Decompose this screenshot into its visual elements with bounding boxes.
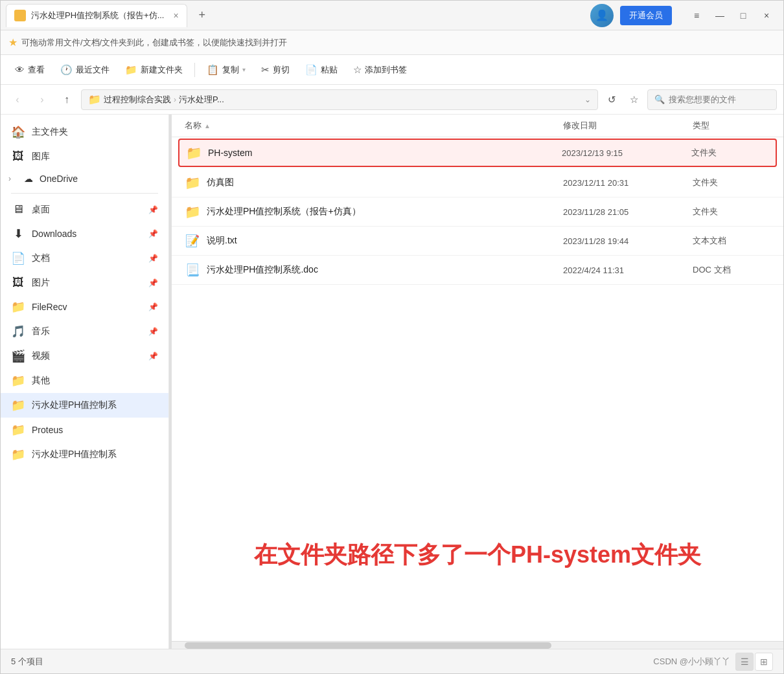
maximize-button[interactable]: □ (732, 4, 755, 27)
bookmark-hint: 可拖动常用文件/文档/文件夹到此，创建成书签，以便能快速找到并打开 (21, 37, 287, 49)
breadcrumb-bar[interactable]: 📁 过程控制综合实践 › 污水处理P... ⌄ (81, 89, 598, 110)
search-box[interactable]: 🔍 (647, 89, 777, 110)
bookmark-add-icon: ☆ (353, 64, 362, 76)
sidebar-item-video[interactable]: 🎬 视频 📌 (1, 344, 168, 368)
filerecv-icon: 📁 (11, 300, 25, 314)
grid-view-button[interactable]: ⊞ (755, 653, 773, 671)
close-button[interactable]: × (755, 4, 778, 27)
sidebar-divider-1 (11, 193, 158, 194)
proteus-icon: 📁 (11, 423, 25, 437)
view-label: 查看 (28, 64, 45, 76)
file-row-readme[interactable]: 📝 说明.txt 2023/11/28 19:44 文本文档 (172, 227, 783, 256)
column-date: 修改日期 (563, 120, 693, 131)
breadcrumb-item-1: 过程控制综合实践 (104, 94, 171, 106)
docs-icon: 📄 (11, 251, 25, 265)
pin-icon-downloads: 📌 (148, 229, 158, 238)
sidebar-label-pictures: 图片 (32, 277, 50, 289)
sidebar-item-proteus[interactable]: 📁 Proteus (1, 418, 168, 442)
breadcrumb-chevron-icon: ⌄ (584, 95, 591, 104)
file-date-ph-system: 2023/12/13 9:15 (562, 148, 691, 158)
file-type-simulation: 文件夹 (693, 177, 770, 188)
sidebar-label-other: 其他 (32, 375, 50, 387)
sewage-active-icon: 📁 (11, 398, 25, 412)
sidebar-item-music[interactable]: 🎵 音乐 📌 (1, 319, 168, 344)
file-date-readme: 2023/11/28 19:44 (563, 236, 693, 246)
sidebar-item-sewage-active[interactable]: 📁 污水处理PH值控制系 (1, 393, 168, 418)
pictures-icon: 🖼 (11, 276, 25, 289)
file-row-doc[interactable]: 📃 污水处理PH值控制系统.doc 2022/4/24 11:31 DOC 文档 (172, 256, 783, 285)
sidebar-item-sewage2[interactable]: 📁 污水处理PH值控制系 (1, 442, 168, 467)
up-button[interactable]: ↑ (56, 89, 77, 110)
tab-close-button[interactable]: × (174, 10, 179, 21)
refresh-button[interactable]: ↺ (602, 90, 621, 109)
menu-button[interactable]: ≡ (685, 4, 708, 27)
list-view-button[interactable]: ☰ (735, 653, 754, 671)
pin-icon-docs: 📌 (148, 254, 158, 263)
sidebar-item-gallery[interactable]: 🖼 图库 (1, 144, 168, 168)
sidebar-item-other[interactable]: 📁 其他 (1, 368, 168, 393)
star-button[interactable]: ☆ (624, 90, 643, 109)
file-row-simulation[interactable]: 📁 仿真图 2023/12/11 20:31 文件夹 (172, 168, 783, 197)
user-avatar[interactable]: 👤 (590, 4, 614, 27)
sidebar-item-docs[interactable]: 📄 文档 📌 (1, 246, 168, 271)
horizontal-scrollbar[interactable] (172, 641, 783, 649)
file-row-ph-system[interactable]: 📁 PH-system 2023/12/13 9:15 文件夹 (178, 139, 777, 167)
file-name-doc: 污水处理PH值控制系统.doc (207, 264, 563, 276)
paste-label: 粘贴 (321, 64, 338, 76)
tab-folder-icon (14, 10, 26, 21)
back-button[interactable]: ‹ (7, 89, 28, 110)
video-icon: 🎬 (11, 349, 25, 363)
scrollbar-thumb[interactable] (185, 642, 551, 649)
view-icon: 👁 (15, 64, 25, 75)
recent-files-button[interactable]: 🕐 最近文件 (54, 61, 116, 79)
branding-text: CSDN @小小顾丫丫 (653, 656, 730, 668)
new-tab-button[interactable]: + (192, 6, 212, 25)
file-type-sewage-folder: 文件夹 (693, 206, 770, 218)
column-name: 名称 ▲ (185, 120, 563, 131)
sidebar-label-sewage-active: 污水处理PH值控制系 (32, 399, 117, 411)
sidebar-label-docs: 文档 (32, 253, 50, 264)
forward-button[interactable]: › (32, 89, 52, 110)
sidebar-item-filerecv[interactable]: 📁 FileRecv 📌 (1, 295, 168, 319)
file-type-doc: DOC 文档 (693, 264, 770, 276)
file-type-ph-system: 文件夹 (691, 147, 769, 159)
file-area: 名称 ▲ 修改日期 类型 📁 PH-system 2023/12/13 9:15… (172, 115, 783, 649)
sidebar-item-onedrive[interactable]: › ☁ OneDrive (1, 168, 168, 189)
sidebar-item-home[interactable]: 🏠 主文件夹 (1, 120, 168, 144)
minimize-button[interactable]: — (708, 4, 732, 27)
sidebar-label-downloads: Downloads (32, 229, 76, 239)
search-input[interactable] (669, 95, 770, 104)
file-name-simulation: 仿真图 (207, 177, 563, 188)
sidebar-item-pictures[interactable]: 🖼 图片 📌 (1, 271, 168, 295)
view-button[interactable]: 👁 查看 (8, 61, 51, 79)
new-folder-button[interactable]: 📁 新建文件夹 (119, 61, 189, 79)
file-date-simulation: 2023/12/11 20:31 (563, 178, 693, 188)
folder-icon-simulation: 📁 (185, 175, 200, 190)
file-name-ph-system: PH-system (208, 148, 562, 158)
search-icon: 🔍 (654, 95, 665, 104)
sidebar-item-desktop[interactable]: 🖥 桌面 📌 (1, 197, 168, 221)
copy-button[interactable]: 📋 复制 ▾ (200, 61, 252, 79)
bookmark-button[interactable]: ☆ 添加到书签 (347, 61, 413, 79)
onedrive-icon: ☁ (24, 174, 33, 184)
file-name-sewage-folder: 污水处理PH值控制系统（报告+仿真） (207, 206, 563, 218)
vip-button[interactable]: 开通会员 (620, 6, 672, 25)
cut-button[interactable]: ✂ 剪切 (255, 61, 296, 79)
sidebar-label-sewage2: 污水处理PH值控制系 (32, 449, 117, 460)
pin-icon-music: 📌 (148, 327, 158, 336)
doc-icon-file: 📃 (185, 262, 200, 278)
desktop-icon: 🖥 (11, 203, 25, 216)
music-icon: 🎵 (11, 324, 25, 339)
status-bar: 5 个项目 CSDN @小小顾丫丫 ☰ ⊞ (1, 649, 783, 673)
bookmark-bar: ★ 可拖动常用文件/文档/文件夹到此，创建成书签，以便能快速找到并打开 (1, 30, 783, 55)
main-content: 🏠 主文件夹 🖼 图库 › ☁ OneDrive 🖥 桌面 📌 ⬇ Downlo… (1, 115, 783, 649)
sidebar-label-video: 视频 (32, 350, 50, 362)
file-explorer-window: 污水处理PH值控制系统（报告+仿... × + 👤 开通会员 ≡ — □ × ★… (0, 0, 784, 674)
file-row-sewage-folder[interactable]: 📁 污水处理PH值控制系统（报告+仿真） 2023/11/28 21:05 文件… (172, 197, 783, 227)
sidebar-item-downloads[interactable]: ⬇ Downloads 📌 (1, 221, 168, 246)
toolbar: 👁 查看 🕐 最近文件 📁 新建文件夹 📋 复制 ▾ ✂ 剪切 📄 粘贴 ☆ 添… (1, 55, 783, 85)
title-tab[interactable]: 污水处理PH值控制系统（报告+仿... × (6, 4, 187, 27)
view-toggle: ☰ ⊞ (735, 653, 773, 671)
paste-button[interactable]: 📄 粘贴 (299, 61, 344, 79)
address-bar: ‹ › ↑ 📁 过程控制综合实践 › 污水处理P... ⌄ ↺ ☆ 🔍 (1, 85, 783, 115)
